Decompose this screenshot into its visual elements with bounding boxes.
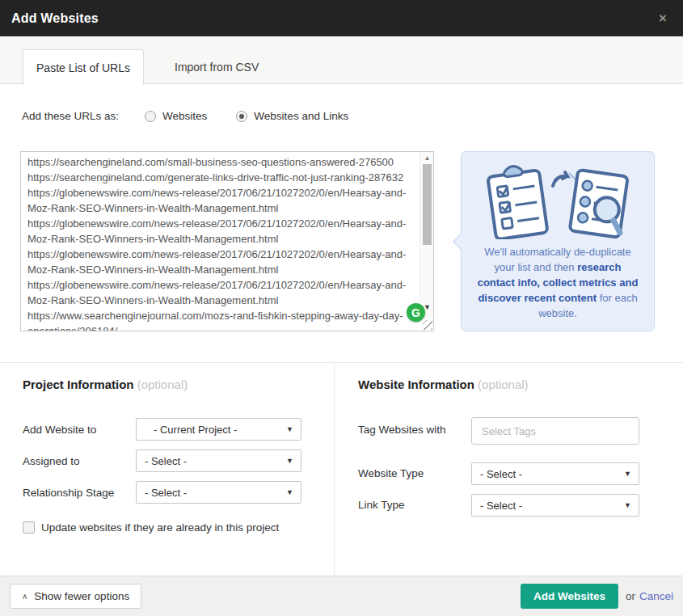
- or-text: or: [626, 590, 635, 602]
- assigned-to-value: - Select -: [137, 455, 286, 467]
- add-websites-button[interactable]: Add Websites: [521, 584, 618, 609]
- tab-paste-list-of-urls[interactable]: Paste List of URLs: [23, 49, 144, 85]
- chevron-down-icon: ▼: [624, 501, 639, 509]
- chevron-down-icon: ▼: [286, 488, 301, 496]
- chevron-down-icon: ▼: [286, 457, 301, 465]
- modal-title: Add Websites: [11, 11, 99, 26]
- link-type-select[interactable]: - Select - ▼: [471, 494, 639, 517]
- chevron-down-icon: ▼: [624, 470, 639, 478]
- checkbox-icon[interactable]: [23, 521, 35, 534]
- info-bubble: We'll automatically de-duplicate your li…: [461, 151, 655, 331]
- url-textarea[interactable]: https://searchengineland.com/small-busin…: [20, 151, 434, 331]
- project-optional-label: (optional): [137, 378, 188, 391]
- url-mode-label: Add these URLs as:: [22, 110, 119, 122]
- add-website-to-value: - Current Project -: [137, 424, 286, 436]
- add-website-to-label: Add Website to: [23, 424, 96, 436]
- cancel-link[interactable]: Cancel: [639, 590, 673, 602]
- modal-header: Add Websites ×: [0, 0, 683, 36]
- add-website-to-select[interactable]: - Current Project - ▼: [136, 418, 301, 441]
- footer-actions: Add Websites or Cancel: [521, 584, 673, 609]
- select-tags-input[interactable]: [471, 417, 639, 445]
- project-information-title: Project Information: [23, 378, 134, 391]
- modal-footer: ∧ Show fewer options Add Websites or Can…: [0, 576, 683, 616]
- close-icon[interactable]: ×: [654, 0, 672, 36]
- show-fewer-options-button[interactable]: ∧ Show fewer options: [10, 584, 141, 609]
- project-information-heading: Project Information (optional): [23, 378, 188, 391]
- tab-import-from-csv[interactable]: Import from CSV: [170, 49, 264, 84]
- scrollbar-thumb[interactable]: [423, 164, 432, 245]
- relationship-stage-select[interactable]: - Select - ▼: [136, 481, 301, 504]
- website-type-value: - Select -: [472, 468, 624, 480]
- website-type-select[interactable]: - Select - ▼: [471, 462, 639, 485]
- show-fewer-options-label: Show fewer options: [34, 590, 129, 602]
- link-type-label: Link Type: [358, 499, 405, 511]
- link-type-value: - Select -: [472, 500, 624, 512]
- grammarly-icon[interactable]: G: [407, 303, 425, 322]
- website-information-title: Website Information: [358, 378, 474, 391]
- scroll-up-icon[interactable]: ▲: [420, 154, 434, 162]
- radio-websites[interactable]: Websites: [145, 110, 207, 122]
- website-information-heading: Website Information (optional): [358, 378, 529, 391]
- assigned-to-select[interactable]: - Select - ▼: [136, 449, 301, 472]
- tab-bar: Paste List of URLs Import from CSV: [0, 36, 683, 84]
- chevron-down-icon: ▼: [286, 425, 301, 433]
- relationship-stage-label: Relationship Stage: [23, 487, 114, 499]
- url-textarea-content: https://searchengineland.com/small-busin…: [21, 152, 433, 331]
- vertical-divider: [334, 363, 335, 576]
- radio-checked-icon: [236, 111, 247, 122]
- assigned-to-label: Assigned to: [23, 455, 80, 467]
- radio-websites-and-links-label: Websites and Links: [254, 110, 348, 122]
- horizontal-divider: [0, 362, 683, 363]
- radio-websites-and-links[interactable]: Websites and Links: [236, 110, 348, 122]
- textarea-resize-grip[interactable]: [423, 320, 432, 330]
- website-type-label: Website Type: [358, 467, 424, 479]
- clipboard-search-illustration: [479, 162, 637, 239]
- chevron-up-icon: ∧: [22, 592, 27, 601]
- add-websites-modal: Add Websites × Paste List of URLs Import…: [0, 0, 683, 616]
- tag-websites-with-label: Tag Websites with: [358, 424, 446, 436]
- radio-icon: [145, 111, 156, 122]
- relationship-stage-value: - Select -: [137, 487, 286, 499]
- textarea-scrollbar[interactable]: ▲: [419, 152, 433, 318]
- url-mode-row: Add these URLs as: Websites Websites and…: [22, 110, 377, 122]
- website-optional-label: (optional): [478, 378, 529, 391]
- update-websites-checkbox-label: Update websites if they are already in t…: [41, 521, 279, 534]
- radio-websites-label: Websites: [162, 110, 207, 122]
- update-websites-checkbox-row[interactable]: Update websites if they are already in t…: [23, 521, 279, 534]
- bubble-text: We'll automatically de-duplicate your li…: [462, 244, 654, 321]
